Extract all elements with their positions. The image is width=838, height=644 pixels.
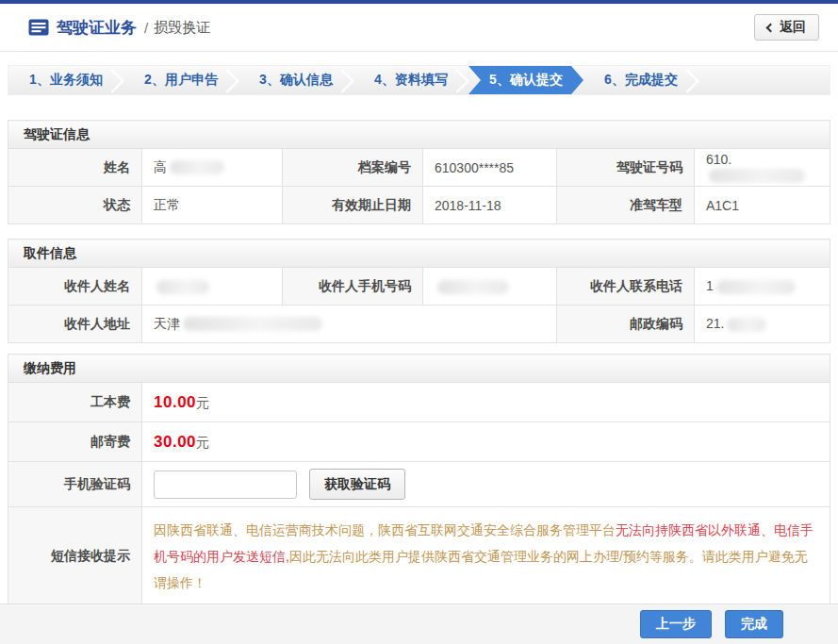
step-2-user-declaration: 2、用户申告 xyxy=(123,66,238,94)
name-label: 姓名 xyxy=(8,149,142,187)
table-row: 姓名 高 档案编号 610300****85 驾驶证号码 610. xyxy=(8,149,830,187)
back-button-label: 返回 xyxy=(780,19,806,36)
step-5-confirm-submit: 5、确认提交 xyxy=(468,66,583,94)
postal-code-label: 邮政编码 xyxy=(557,305,695,343)
license-info-section: 驾驶证信息 姓名 高 档案编号 610300****85 驾驶证号码 610. … xyxy=(8,120,830,224)
vehicle-class-value: A1C1 xyxy=(695,187,830,224)
production-fee-value: 10.00元 xyxy=(142,383,830,422)
payment-section: 缴纳费用 工本费 10.00元 邮寄费 30.00元 手机验证码 获取验证码 短… xyxy=(8,354,830,606)
status-label: 状态 xyxy=(8,187,142,224)
page: 驾驶证业务 / 损毁换证 返回 1、业务须知 2、用户申告 3、确认信息 4、资… xyxy=(0,0,838,644)
recipient-phone-label: 收件人联系电话 xyxy=(557,268,695,305)
breadcrumb-separator: / xyxy=(144,20,148,36)
previous-step-button[interactable]: 上一步 xyxy=(640,610,712,638)
production-fee-amount: 10.00 xyxy=(154,393,196,411)
page-header: 驾驶证业务 / 损毁换证 返回 xyxy=(0,4,838,52)
recipient-name-value xyxy=(142,268,283,305)
masked-text xyxy=(709,169,805,183)
recipient-mobile-value xyxy=(423,268,557,305)
table-row: 工本费 10.00元 xyxy=(8,383,830,422)
recipient-address-label: 收件人地址 xyxy=(8,305,142,343)
step-wizard-filler xyxy=(698,66,830,94)
file-number-label: 档案编号 xyxy=(283,149,423,187)
recipient-address-value: 天津 xyxy=(142,305,557,343)
masked-text xyxy=(437,280,509,294)
expiry-date-label: 有效期止日期 xyxy=(283,187,423,224)
production-fee-label: 工本费 xyxy=(8,383,142,422)
license-number-label: 驾驶证号码 xyxy=(557,149,695,187)
name-value: 高 xyxy=(142,149,283,187)
status-value: 正常 xyxy=(142,187,283,224)
breadcrumb-current: 损毁换证 xyxy=(154,19,210,37)
page-title: 驾驶证业务 xyxy=(57,17,137,39)
recipient-mobile-label: 收件人手机号码 xyxy=(283,268,423,305)
step-wizard: 1、业务须知 2、用户申告 3、确认信息 4、资料填写 5、确认提交 6、完成提… xyxy=(8,65,830,95)
sms-notice-text: 因陕西省联通、电信运营商技术问题，陕西省互联网交通安全综合服务管理平台无法向持陕… xyxy=(142,507,830,606)
sms-code-label: 手机验证码 xyxy=(8,462,142,507)
masked-text xyxy=(183,317,322,331)
file-number-value: 610300****85 xyxy=(423,149,557,187)
table-row: 收件人地址 天津 邮政编码 21. xyxy=(8,305,830,343)
pickup-info-section: 取件信息 收件人姓名 收件人手机号码 收件人联系电话 1 收件人地址 天津 邮政… xyxy=(8,239,830,343)
license-number-value: 610. xyxy=(695,149,830,187)
postage-fee-unit: 元 xyxy=(196,435,209,450)
back-button[interactable]: 返回 xyxy=(754,14,819,41)
table-row: 收件人姓名 收件人手机号码 收件人联系电话 1 xyxy=(8,268,830,305)
step-1-business-notice: 1、业务须知 xyxy=(8,66,123,94)
postage-fee-amount: 30.00 xyxy=(154,433,196,451)
payment-section-title: 缴纳费用 xyxy=(8,355,830,383)
recipient-name-label: 收件人姓名 xyxy=(8,268,142,305)
production-fee-unit: 元 xyxy=(196,395,209,410)
table-row: 状态 正常 有效期止日期 2018-11-18 准驾车型 A1C1 xyxy=(8,187,830,224)
step-4-fill-data: 4、资料填写 xyxy=(353,66,468,94)
sms-code-cell: 获取验证码 xyxy=(142,462,830,507)
postage-fee-value: 30.00元 xyxy=(142,422,830,462)
chevron-left-icon xyxy=(766,23,776,32)
masked-text xyxy=(716,280,796,294)
masked-text xyxy=(156,280,209,294)
masked-text xyxy=(170,160,224,174)
footer-action-bar: 上一步 完成 xyxy=(0,603,838,644)
get-sms-code-button[interactable]: 获取验证码 xyxy=(309,469,405,500)
pickup-section-title: 取件信息 xyxy=(8,239,830,268)
table-row: 手机验证码 获取验证码 xyxy=(8,462,830,507)
license-menu-icon xyxy=(28,19,49,36)
expiry-date-value: 2018-11-18 xyxy=(423,187,557,224)
sms-code-input[interactable] xyxy=(154,471,297,499)
finish-button[interactable]: 完成 xyxy=(725,610,783,638)
postage-fee-label: 邮寄费 xyxy=(8,422,142,462)
masked-text xyxy=(727,318,766,332)
step-6-finish-submit: 6、完成提交 xyxy=(583,66,698,94)
license-section-title: 驾驶证信息 xyxy=(8,121,830,149)
vehicle-class-label: 准驾车型 xyxy=(557,187,695,224)
recipient-phone-value: 1 xyxy=(695,268,830,305)
table-row: 邮寄费 30.00元 xyxy=(8,422,830,462)
notice-text-part1: 因陕西省联通、电信运营商技术问题，陕西省互联网交通安全综合服务管理平台 xyxy=(154,522,616,537)
postal-code-value: 21. xyxy=(695,305,830,343)
table-row: 短信接收提示 因陕西省联通、电信运营商技术问题，陕西省互联网交通安全综合服务管理… xyxy=(8,507,830,606)
step-3-confirm-info: 3、确认信息 xyxy=(238,66,353,94)
sms-notice-label: 短信接收提示 xyxy=(8,507,142,606)
